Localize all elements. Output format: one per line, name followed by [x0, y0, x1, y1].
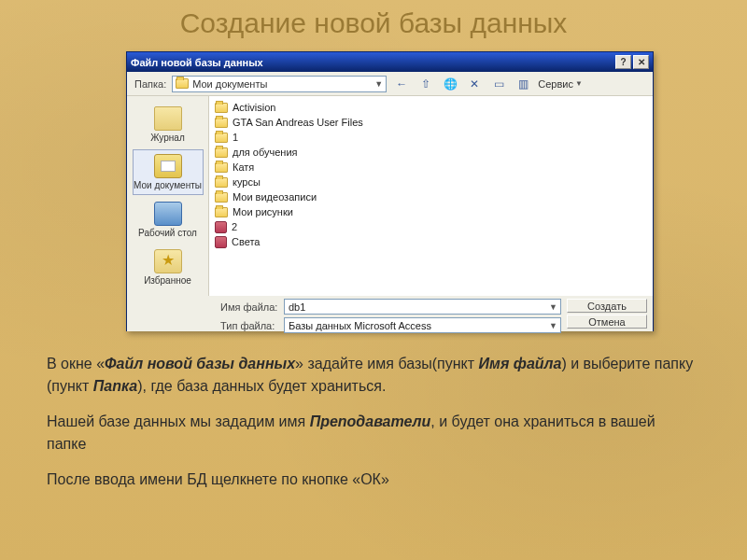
filename-value: db1: [289, 301, 305, 313]
folder-icon: [215, 177, 228, 188]
places-bar: Журнал Мои документы Рабочий стол Избран…: [127, 96, 209, 296]
place-label: Журнал: [150, 133, 185, 143]
file-name: Мои видеозаписи: [233, 191, 317, 203]
my-documents-icon: [154, 154, 182, 178]
folder-icon: [215, 162, 228, 173]
file-name: 2: [232, 221, 237, 232]
folder-label: Папка:: [134, 78, 166, 90]
list-item[interactable]: Мои видеозаписи: [215, 189, 647, 204]
file-list[interactable]: Activision GTA San Andreas User Files 1 …: [209, 96, 653, 296]
folder-icon: [176, 78, 189, 89]
paragraph-2: Нашей базе данных мы зададим имя Препода…: [47, 411, 695, 455]
filename-label: Имя файла:: [220, 301, 278, 313]
up-button[interactable]: ⇧: [416, 75, 435, 93]
file-name: курсы: [233, 176, 261, 188]
new-folder-button[interactable]: ▭: [489, 75, 508, 93]
chevron-down-icon: ▼: [549, 302, 557, 312]
file-name: для обучения: [233, 147, 298, 158]
create-button[interactable]: Создать: [567, 299, 647, 313]
folder-dropdown[interactable]: Мои документы ▼: [172, 76, 387, 92]
place-label: Рабочий стол: [138, 228, 197, 238]
desktop-icon: [154, 202, 182, 226]
place-label: Избранное: [144, 275, 191, 286]
folder-icon: [215, 147, 228, 158]
favorites-icon: [154, 249, 182, 273]
file-name: Activision: [233, 102, 275, 113]
dialog-title: Файл новой базы данных: [131, 57, 263, 68]
folder-dropdown-value: Мои документы: [192, 78, 267, 90]
list-item[interactable]: Activision: [215, 100, 647, 115]
access-db-icon: [215, 221, 227, 233]
list-item[interactable]: Катя: [215, 160, 647, 175]
access-db-icon: [215, 236, 227, 248]
slide-body-text: В окне «Файл новой базы данных» задайте …: [47, 353, 695, 504]
list-item[interactable]: 2: [215, 219, 647, 234]
chevron-down-icon: ▼: [549, 321, 557, 330]
list-item[interactable]: Света: [215, 234, 647, 249]
place-my-documents[interactable]: Мои документы: [133, 149, 204, 195]
chevron-down-icon: ▼: [374, 79, 383, 89]
filetype-label: Тип файла:: [220, 320, 278, 331]
folder-icon: [215, 133, 228, 143]
paragraph-1: В окне «Файл новой базы данных» задайте …: [47, 353, 695, 398]
paragraph-3: После ввода имени БД щелкнете по кнопке …: [47, 469, 695, 491]
folder-icon: [215, 118, 228, 128]
place-label: Мои документы: [134, 180, 202, 190]
service-label: Сервис: [538, 78, 573, 90]
list-item[interactable]: курсы: [215, 175, 647, 189]
help-button[interactable]: ?: [615, 55, 631, 69]
chevron-down-icon: ▼: [575, 79, 583, 88]
list-item[interactable]: 1: [215, 130, 647, 145]
folder-icon: [215, 103, 228, 113]
list-item[interactable]: Мои рисунки: [215, 204, 647, 219]
file-name: Мои рисунки: [233, 206, 293, 217]
delete-button[interactable]: ✕: [465, 75, 484, 93]
list-item[interactable]: для обучения: [215, 145, 647, 160]
place-desktop[interactable]: Рабочий стол: [133, 197, 204, 243]
folder-icon: [215, 192, 228, 203]
service-dropdown[interactable]: Сервис ▼: [538, 78, 583, 90]
dialog-toolbar: Папка: Мои документы ▼ ← ⇧ 🌐 ✕ ▭ ▥ Серви…: [127, 72, 653, 96]
filename-input[interactable]: db1 ▼: [284, 299, 561, 315]
dialog-titlebar[interactable]: Файл новой базы данных ? ✕: [127, 52, 653, 72]
place-journal[interactable]: Журнал: [133, 102, 204, 147]
file-name: Катя: [233, 161, 254, 173]
cancel-button[interactable]: Отмена: [567, 315, 647, 329]
filetype-value: Базы данных Microsoft Access: [289, 320, 431, 331]
file-name: Света: [232, 236, 260, 247]
folder-icon: [215, 207, 228, 217]
slide-title: Создание новой базы данных: [0, 7, 747, 39]
place-favorites[interactable]: Избранное: [133, 245, 204, 290]
close-button[interactable]: ✕: [633, 55, 649, 69]
journal-icon: [154, 106, 182, 131]
file-name: 1: [233, 132, 238, 143]
list-item[interactable]: GTA San Andreas User Files: [215, 115, 647, 130]
filetype-dropdown[interactable]: Базы данных Microsoft Access ▼: [284, 317, 561, 333]
file-dialog: Файл новой базы данных ? ✕ Папка: Мои до…: [126, 51, 654, 331]
search-web-button[interactable]: 🌐: [441, 75, 459, 93]
file-name: GTA San Andreas User Files: [233, 117, 363, 128]
views-button[interactable]: ▥: [514, 75, 532, 93]
dialog-footer: Имя файла: db1 ▼ Тип файла: Базы данных …: [127, 296, 653, 331]
dialog-body: Журнал Мои документы Рабочий стол Избран…: [127, 96, 653, 296]
back-button[interactable]: ←: [392, 75, 411, 93]
